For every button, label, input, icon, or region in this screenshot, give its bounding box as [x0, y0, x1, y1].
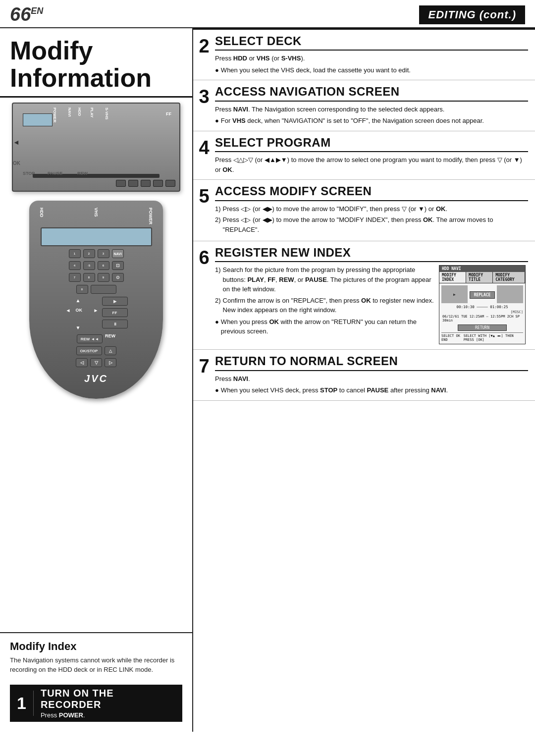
step2-block: 2 SELECT DECK Press HDD or VHS (or S-VHS… [193, 28, 535, 80]
remote-btn-icon2[interactable]: ⊙ [112, 273, 124, 282]
navi-bottom-bar: SELECT OK END SELECT WITH [▼▲ ◄►] THEN P… [441, 332, 523, 342]
remote-row-nav: ▲ ▼ ◄ ► OK ▶ FF ⏸ [65, 297, 128, 331]
modify-index-section: Modify Index The Navigation systems cann… [0, 632, 192, 680]
right-column: 2 SELECT DECK Press HDD or VHS (or S-VHS… [193, 28, 535, 732]
step6-bullet-1: ● When you press OK with the arrow on "R… [215, 317, 434, 336]
navi-misc: [MISC] [441, 310, 523, 314]
step4-instruction: Press ◁△▷▽ (or ◀▲▶▼) to move the arrow t… [215, 155, 528, 174]
remote-btn-6[interactable]: 6 [98, 261, 109, 270]
step5-block: 5 ACCESS MODIFY SCREEN 1) Press ◁▷ (or ◀… [193, 180, 535, 241]
step3-bullet-1: ● For VHS deck, when "NAVIGATION" is set… [215, 116, 528, 126]
page-title: Modify Information [0, 28, 192, 98]
step3-number: 3 [199, 87, 209, 106]
step1-content: TURN ON THE RECORDER Press POWER. [34, 685, 182, 722]
step2-instruction: Press HDD or VHS (or S-VHS). [215, 54, 528, 63]
navi-right-panel [497, 285, 523, 303]
main-layout: Modify Information FF POWER NAVI HDD PLA… [0, 28, 535, 732]
step5-body: 1) Press ◁▷ (or ◀▶) to move the arrow to… [215, 204, 528, 235]
step2-content: SELECT DECK Press HDD or VHS (or S-VHS).… [215, 35, 535, 75]
remote-control-image: HDD VHS POWER 1 2 3 NAVI 4 ·5 6 ⊡ [29, 201, 163, 399]
navi-left-panel: ▶ [441, 285, 468, 303]
play-button[interactable]: ▶ [102, 297, 128, 306]
play-icon[interactable]: ▲ [76, 298, 81, 303]
section-title: EDITING (cont.) [419, 5, 525, 24]
step6-item-2: 2) Confirm the arrow is on "REPLACE", th… [215, 296, 434, 315]
step6-number: 6 [199, 248, 209, 267]
step7-number: 7 [199, 357, 209, 376]
remote-btn-3[interactable]: 3 [98, 249, 109, 258]
remote-btn-4[interactable]: 4 [69, 261, 81, 270]
step3-body: Press NAVI. The Navigation screen corres… [215, 105, 528, 126]
navi-time-info: 00:10:30 ————— 01:00:25 [441, 305, 523, 309]
triangle-up[interactable]: △ [105, 346, 116, 355]
remote-btn-wide[interactable] [91, 285, 116, 294]
remote-row-rew: REW ◄◄ REW [77, 334, 115, 343]
navi-body: ▶ REPLACE 00:10:30 ————— 01:00:25 [MIS [439, 283, 525, 344]
navi-tab-modify-title: MODIFY TITLE [466, 272, 493, 283]
remote-row-4: 0 [76, 285, 116, 294]
vcr-device-image: FF POWER NAVI HDD PLAY S-VHS ◄ OK [12, 103, 180, 192]
step7-content: RETURN TO NORMAL SCREEN Press NAVI. ● Wh… [215, 355, 535, 395]
remote-row-3: 7 8 9 ⊙ [69, 273, 124, 282]
vcr-buttons [17, 180, 175, 187]
step2-body: Press HDD or VHS (or S-VHS). ● When you … [215, 54, 528, 75]
step6-heading: REGISTER NEW INDEX [215, 246, 528, 262]
navi-title: HDD NAVI [439, 266, 525, 272]
remote-btn-5[interactable]: ·5 [83, 261, 95, 270]
step7-instruction: Press NAVI. [215, 374, 528, 384]
modify-index-heading: Modify Index [10, 640, 182, 653]
left-icon[interactable]: ◄ [66, 308, 71, 313]
pause-button[interactable]: ⏸ [102, 320, 128, 328]
navi-screen-box: HDD NAVI MODIFY INDEX MODIFY TITLE MODIF… [439, 265, 526, 344]
down-icon[interactable]: ▼ [76, 325, 81, 330]
remote-btn-7[interactable]: 7 [69, 273, 81, 282]
ff-button[interactable]: FF [102, 308, 128, 317]
step2-heading: SELECT DECK [215, 35, 528, 51]
vcr-button [141, 180, 151, 187]
step6-item-1: 1) Search for the picture from the progr… [215, 265, 434, 294]
navi-replace-button[interactable]: REPLACE [470, 291, 495, 299]
step7-bullet-1: ● When you select VHS deck, press STOP t… [215, 385, 528, 395]
navi-bottom-left: SELECT OK END [441, 334, 464, 342]
ok-center[interactable]: OK [76, 308, 83, 313]
hdd-navi-screen: HDD NAVI MODIFY INDEX MODIFY TITLE MODIF… [439, 265, 528, 344]
step7-heading: RETURN TO NORMAL SCREEN [215, 355, 528, 371]
right-icon[interactable]: ► [94, 308, 99, 313]
step6-content: REGISTER NEW INDEX 1) Search for the pic… [215, 246, 535, 344]
step3-heading: ACCESS NAVIGATION SCREEN [215, 85, 528, 101]
remote-btn-2[interactable]: 2 [83, 249, 95, 258]
navi-date: 06/12/61 TUE 12:25AM – 12:55PM 2CH SP 30… [441, 314, 523, 323]
step4-content: SELECT PROGRAM Press ◁△▷▽ (or ◀▲▶▼) to m… [215, 136, 535, 174]
remote-row-okstop: OK/STOP △ [76, 346, 116, 355]
step6-block: 6 REGISTER NEW INDEX 1) Search for the p… [193, 241, 535, 350]
left-arrow-button[interactable]: ◁ [76, 358, 88, 367]
step2-number: 2 [199, 37, 209, 55]
step7-body: Press NAVI. ● When you select VHS deck, … [215, 374, 528, 395]
remote-btn-0[interactable]: 0 [76, 285, 88, 294]
step6-text: 1) Search for the picture from the progr… [215, 265, 434, 344]
step4-block: 4 SELECT PROGRAM Press ◁△▷▽ (or ◀▲▶▼) to… [193, 131, 535, 180]
step3-instruction: Press NAVI. The Navigation screen corres… [215, 105, 528, 114]
step4-heading: SELECT PROGRAM [215, 136, 528, 152]
step1-body: Press POWER. [41, 711, 175, 719]
jvc-logo: JVC [84, 373, 108, 384]
vcr-button [165, 180, 175, 187]
remote-nav-cluster: ▲ ▼ ◄ ► OK [65, 297, 100, 331]
remote-btn-8[interactable]: 8 [83, 273, 95, 282]
step3-number-col: 3 [193, 85, 215, 125]
step6-inner: 1) Search for the picture from the progr… [215, 265, 528, 344]
okstop-button[interactable]: OK/STOP [76, 346, 102, 355]
remote-screen [41, 227, 152, 246]
remote-btn-1[interactable]: 1 [69, 249, 81, 258]
right-arrow-button[interactable]: ▷ [105, 358, 116, 367]
step4-number-col: 4 [193, 136, 215, 174]
navi-button[interactable]: NAVI [112, 249, 124, 258]
remote-row-1: 1 2 3 NAVI [69, 249, 124, 258]
down-arrow-button[interactable]: ▽ [90, 358, 102, 367]
rew-button[interactable]: REW ◄◄ [77, 334, 103, 343]
page-number: 66EN [10, 4, 43, 25]
remote-btn-9[interactable]: 9 [98, 273, 109, 282]
remote-btn-icon1[interactable]: ⊡ [112, 261, 124, 270]
step5-number-col: 5 [193, 185, 215, 236]
navi-return-button[interactable]: RETURN [458, 324, 507, 331]
